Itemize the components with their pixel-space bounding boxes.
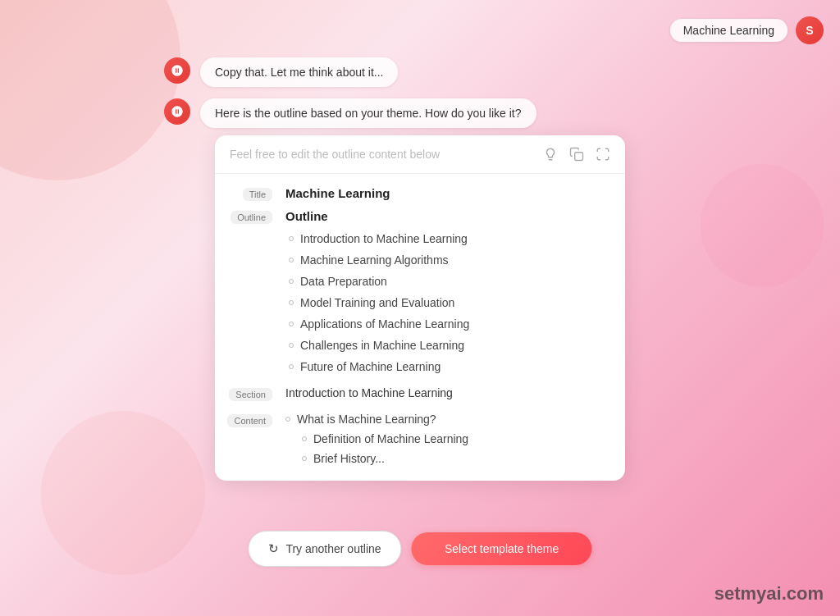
- bot-icon-1: [164, 57, 190, 84]
- content-sub-text-1: Brief History...: [313, 452, 385, 465]
- avatar: S: [796, 16, 824, 44]
- chat-message-1: Copy that. Let me think about it...: [164, 57, 676, 87]
- refresh-icon: ↻: [268, 541, 279, 556]
- outline-item-text-1: Machine Learning Algorithms: [300, 253, 449, 267]
- top-bar: Machine Learning S: [670, 16, 824, 44]
- content-sub-text-0: Definition of Machine Learning: [313, 432, 468, 445]
- outline-item-text-2: Data Preparation: [300, 275, 387, 288]
- panel-content[interactable]: Title Machine Learning Outline Outline I…: [215, 174, 625, 481]
- select-theme-label: Select template theme: [445, 542, 559, 555]
- content-item-text-0: What is Machine Learning?: [297, 413, 436, 426]
- watermark: setmyai.com: [714, 583, 824, 605]
- bullet-5: [289, 343, 294, 348]
- expand-icon[interactable]: [596, 147, 610, 162]
- bullet-6: [289, 364, 294, 369]
- content-row: Content What is Machine Learning? Defini…: [223, 405, 610, 472]
- outline-item-2: Data Preparation: [289, 271, 610, 292]
- outline-item-text-4: Applications of Machine Learning: [300, 317, 469, 331]
- content-sub-item-1: Brief History...: [285, 449, 610, 468]
- bullet-0: [289, 236, 294, 241]
- chat-message-2: Here is the outline based on your theme.…: [164, 98, 676, 128]
- outline-item-0: Introduction to Machine Learning: [289, 228, 610, 249]
- panel-icons: [543, 147, 610, 162]
- bullet-2: [289, 279, 294, 284]
- outline-item-6: Future of Machine Learning: [289, 356, 610, 377]
- svg-rect-0: [575, 153, 583, 161]
- chat-bubble-1: Copy that. Let me think about it...: [200, 57, 398, 87]
- bullet-4: [289, 322, 294, 326]
- outline-item-4: Applications of Machine Learning: [289, 313, 610, 335]
- section-value: Introduction to Machine Learning: [281, 386, 610, 399]
- outline-item-text-6: Future of Machine Learning: [300, 360, 441, 373]
- outline-item-1: Machine Learning Algorithms: [289, 249, 610, 271]
- bullet-3: [289, 300, 294, 305]
- lightbulb-icon[interactable]: [543, 147, 558, 162]
- topic-badge: Machine Learning: [670, 19, 788, 42]
- sub-bullet-0: [302, 436, 307, 441]
- chat-area: Copy that. Let me think about it... Here…: [0, 57, 840, 139]
- panel-header: Feel free to edit the outline content be…: [215, 135, 625, 174]
- title-label: Title: [243, 188, 272, 201]
- try-another-button[interactable]: ↻ Try another outline: [248, 531, 401, 567]
- outline-header-text: Outline: [281, 209, 610, 223]
- title-row: Title Machine Learning: [223, 182, 610, 205]
- outline-item-text-3: Model Training and Evaluation: [300, 296, 454, 309]
- bullet-1: [289, 258, 294, 262]
- outline-item-text-0: Introduction to Machine Learning: [300, 232, 468, 245]
- content-bullet-0: [285, 417, 290, 422]
- outline-label: Outline: [231, 211, 272, 224]
- outline-item-text-5: Challenges in Machine Learning: [300, 339, 464, 352]
- outline-panel: Feel free to edit the outline content be…: [215, 135, 625, 481]
- select-theme-button[interactable]: Select template theme: [412, 532, 592, 565]
- outline-header-row: Outline Outline: [223, 205, 610, 228]
- outline-item-5: Challenges in Machine Learning: [289, 335, 610, 356]
- outline-item-3: Model Training and Evaluation: [289, 292, 610, 313]
- section-row: Section Introduction to Machine Learning: [223, 382, 610, 405]
- sub-bullet-1: [302, 456, 307, 461]
- section-label: Section: [229, 388, 272, 401]
- chat-bubble-2: Here is the outline based on your theme.…: [200, 98, 536, 128]
- panel-placeholder: Feel free to edit the outline content be…: [230, 148, 440, 161]
- outline-items-list: Introduction to Machine Learning Machine…: [223, 228, 610, 377]
- bottom-bar: ↻ Try another outline Select template th…: [248, 531, 591, 567]
- content-item-0: What is Machine Learning?: [285, 409, 610, 429]
- content-label: Content: [227, 414, 272, 427]
- try-another-label: Try another outline: [285, 542, 381, 555]
- content-sub-item-0: Definition of Machine Learning: [285, 429, 610, 449]
- copy-icon[interactable]: [569, 147, 584, 162]
- title-value: Machine Learning: [281, 186, 610, 200]
- bot-icon-2: [164, 98, 190, 125]
